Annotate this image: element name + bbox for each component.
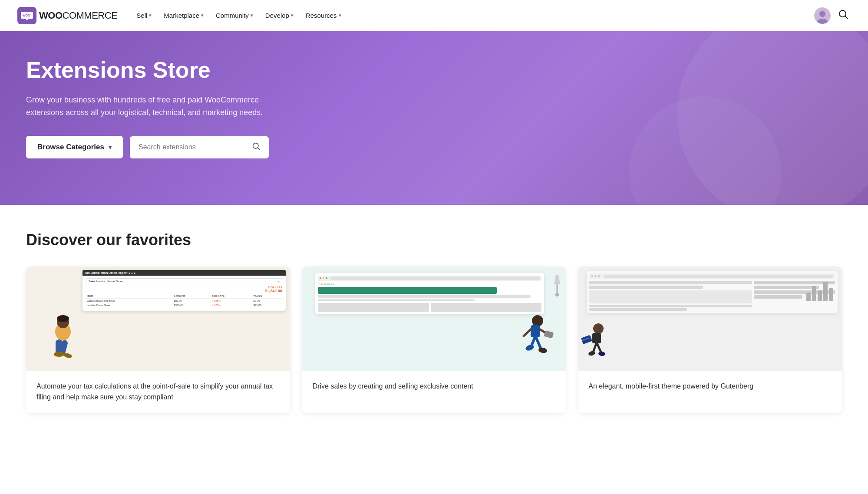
svg-point-2 xyxy=(819,11,825,17)
search-extensions-box[interactable] xyxy=(130,136,269,158)
svg-marker-25 xyxy=(554,275,560,284)
content-line-2 xyxy=(318,299,475,301)
chevron-down-icon: ▾ xyxy=(109,144,112,151)
search-icon[interactable] xyxy=(252,142,260,152)
lamp-illustration xyxy=(551,271,564,297)
hero-section: Extensions Store Grow your business with… xyxy=(0,31,868,205)
browser-dot-yellow xyxy=(323,277,324,279)
chart-bars xyxy=(806,275,833,301)
content-card[interactable]: CALIFORNIA xyxy=(302,267,566,413)
nav-left: WOO WOOCOMMERCE Sell ▾ Marketplace ▾ Com… xyxy=(17,7,347,24)
theme-line-1 xyxy=(589,281,752,284)
browser3-dot1 xyxy=(591,275,593,277)
search-extensions-input[interactable] xyxy=(139,143,252,151)
browser3-dot2 xyxy=(594,275,597,277)
hero-title: Extensions Store xyxy=(26,57,321,83)
content-illustration: CALIFORNIA xyxy=(302,267,566,371)
nav-item-marketplace[interactable]: Marketplace ▾ xyxy=(158,8,209,23)
content-card-image: CALIFORNIA xyxy=(302,267,566,371)
svg-line-18 xyxy=(535,336,541,349)
svg-point-12 xyxy=(54,352,64,357)
content-card-description: Drive sales by creating and selling excl… xyxy=(313,381,556,392)
nav-item-sell[interactable]: Sell ▾ xyxy=(131,8,157,23)
svg-point-32 xyxy=(598,351,606,356)
nav-item-community[interactable]: Community ▾ xyxy=(211,8,258,23)
chart-bar-3 xyxy=(818,290,822,301)
person3-illustration xyxy=(580,321,617,369)
svg-point-6 xyxy=(253,143,258,148)
search-icon xyxy=(838,10,848,19)
chevron-down-icon: ▾ xyxy=(251,13,253,18)
address-bar xyxy=(330,277,540,280)
search-button[interactable] xyxy=(836,7,851,24)
sidebar-line-4 xyxy=(754,295,802,299)
chevron-down-icon: ▾ xyxy=(339,13,341,18)
browser-dot-red xyxy=(320,277,321,279)
browser3-window xyxy=(587,271,838,313)
browser-bar xyxy=(318,276,542,281)
browser-location-label: CALIFORNIA xyxy=(318,283,542,286)
theme-layout xyxy=(589,281,835,311)
hero-actions: Browse Categories ▾ xyxy=(26,136,321,158)
browser3-bar xyxy=(589,273,835,279)
content-line-1 xyxy=(318,295,531,298)
invoice-table: ITEMAMOUNTTAX RATETAXES Canvas Basketbal… xyxy=(86,294,282,307)
svg-point-4 xyxy=(839,10,846,17)
nav-right xyxy=(814,7,851,24)
tax-card[interactable]: Tax Jurisdiction Detail Report ● ● ● Sal… xyxy=(26,267,290,413)
chevron-down-icon: ▾ xyxy=(291,13,294,18)
svg-rect-23 xyxy=(544,330,554,339)
woo-logo-icon: WOO xyxy=(21,11,33,20)
svg-line-7 xyxy=(258,148,260,150)
theme-card[interactable]: An elegant, mobile-first theme powered b… xyxy=(578,267,842,413)
browser-content-bar xyxy=(318,287,497,294)
favorites-title: Discover our favorites xyxy=(26,231,842,249)
svg-line-21 xyxy=(524,329,531,336)
theme-card-description: An elegant, mobile-first theme powered b… xyxy=(588,381,832,392)
avatar[interactable] xyxy=(814,7,831,24)
content-blocks xyxy=(318,303,542,312)
tax-card-description: Automate your tax calculations at the po… xyxy=(36,381,280,403)
chart-bar-4 xyxy=(823,282,828,301)
browser3-dot3 xyxy=(598,275,600,277)
content-block-2 xyxy=(431,303,542,312)
logo-text: WOOCOMMERCE xyxy=(39,10,117,21)
logo[interactable]: WOO WOOCOMMERCE xyxy=(17,7,117,24)
content-card-body: Drive sales by creating and selling excl… xyxy=(302,371,566,402)
theme-line-3 xyxy=(589,305,752,307)
nav-item-resources[interactable]: Resources ▾ xyxy=(300,8,347,23)
theme-line-2 xyxy=(589,286,703,289)
tax-illustration: Tax Jurisdiction Detail Report ● ● ● Sal… xyxy=(26,267,290,371)
browser3-address xyxy=(604,275,833,278)
svg-point-26 xyxy=(555,293,559,296)
favorites-section: Discover our favorites xyxy=(0,205,868,431)
chart-bar-1 xyxy=(806,293,811,301)
theme-illustration xyxy=(578,267,842,371)
svg-point-19 xyxy=(525,344,535,352)
theme-block xyxy=(589,290,752,303)
nav-item-develop[interactable]: Develop ▾ xyxy=(260,8,299,23)
invoice-sub-header: Sales Invoice: Nubuki Shoes ⊘ xyxy=(86,278,282,284)
cards-container: Tax Jurisdiction Detail Report ● ● ● Sal… xyxy=(26,267,842,413)
nav-items: Sell ▾ Marketplace ▾ Community ▾ Develop… xyxy=(131,8,346,23)
theme-card-image xyxy=(578,267,842,371)
logo-bubble: WOO xyxy=(17,7,36,24)
content-block-1 xyxy=(318,303,429,312)
chevron-down-icon: ▾ xyxy=(149,13,152,18)
svg-rect-33 xyxy=(581,335,592,344)
avatar-image xyxy=(814,7,831,24)
tax-card-body: Automate your tax calculations at the po… xyxy=(26,371,290,413)
svg-line-5 xyxy=(845,16,848,19)
svg-point-15 xyxy=(532,315,543,326)
person1-illustration xyxy=(39,306,87,371)
chart-bar-2 xyxy=(812,286,816,301)
tax-card-image: Tax Jurisdiction Detail Report ● ● ● Sal… xyxy=(26,267,290,371)
chevron-down-icon: ▾ xyxy=(201,13,204,18)
svg-point-14 xyxy=(57,315,69,322)
invoice-header-label: Tax Jurisdiction Detail Report ● ● ● xyxy=(83,270,286,276)
browse-categories-button[interactable]: Browse Categories ▾ xyxy=(26,136,123,158)
chart-bar-5 xyxy=(829,288,833,301)
person2-illustration xyxy=(516,312,559,369)
invoice-window: Tax Jurisdiction Detail Report ● ● ● Sal… xyxy=(83,270,286,311)
browser-window: CALIFORNIA xyxy=(315,273,545,314)
